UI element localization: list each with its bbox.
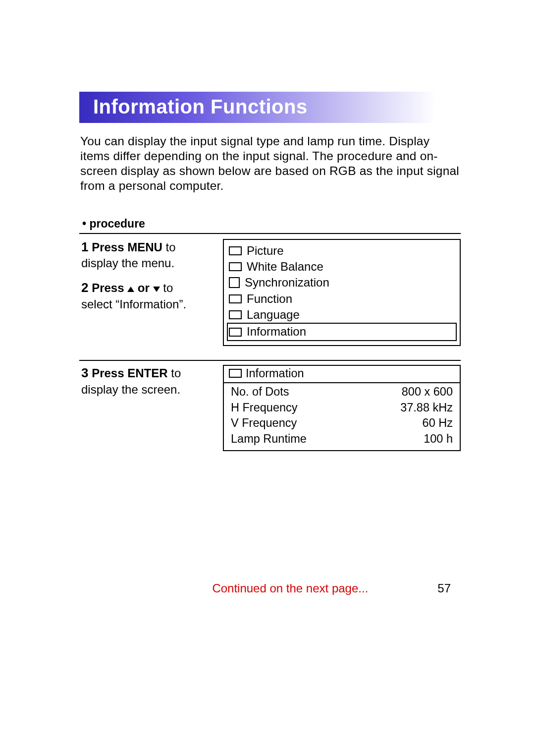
- menu-item-label: White Balance: [247, 259, 323, 275]
- info-label: No. of Dots: [231, 384, 289, 400]
- step-text: to: [168, 366, 181, 380]
- menu-item-label: Function: [247, 291, 292, 307]
- info-label: V Frequency: [231, 415, 297, 431]
- info-head: Information: [224, 366, 460, 383]
- info-value: 100 h: [383, 431, 453, 447]
- osd-info-box: Information No. of Dots 800 x 600 H Freq…: [223, 365, 461, 451]
- step-text-2: display the screen.: [81, 383, 180, 396]
- menu-item-label: Information: [247, 324, 306, 340]
- page-footer: Continued on the next page... 57: [74, 582, 451, 595]
- info-row: H Frequency 37.88 kHz: [231, 400, 453, 416]
- steps-left-col: 1 Press MENU to display the menu. 2 Pres…: [79, 239, 220, 321]
- info-body: No. of Dots 800 x 600 H Frequency 37.88 …: [224, 383, 460, 450]
- menu-item-language: Language: [229, 307, 455, 323]
- step-bold-2: or: [134, 281, 153, 294]
- rect-icon: [229, 369, 242, 378]
- info-row: Lamp Runtime 100 h: [231, 431, 453, 447]
- step-number: 1: [81, 239, 88, 254]
- step-3: 3 Press ENTER to display the screen.: [81, 365, 220, 397]
- rect-icon: [229, 328, 242, 337]
- step-bold: Press ENTER: [92, 366, 167, 380]
- step-bold: Press: [92, 281, 127, 294]
- step-bold: Press MENU: [92, 240, 162, 254]
- step-number: 3: [81, 365, 88, 380]
- steps-left-col: 3 Press ENTER to display the screen.: [79, 365, 220, 406]
- divider: [79, 360, 461, 361]
- menu-item-information: Information: [227, 323, 457, 341]
- info-value: 800 x 600: [383, 384, 453, 400]
- menu-item-picture: Picture: [229, 243, 455, 259]
- info-value: 37.88 kHz: [383, 400, 453, 416]
- menu-item-label: Picture: [247, 243, 284, 259]
- info-label: Lamp Runtime: [231, 431, 307, 447]
- square-icon: [229, 277, 240, 288]
- rect-icon: [229, 262, 242, 271]
- step-2: 2 Press or to select “Information”.: [81, 280, 220, 312]
- step-1: 1 Press MENU to display the menu.: [81, 239, 220, 271]
- step-row-3: 3 Press ENTER to display the screen. Inf…: [79, 365, 461, 451]
- procedure-label: • procedure: [79, 217, 461, 231]
- intro-paragraph: You can display the input signal type an…: [79, 134, 461, 193]
- arrow-down-icon: [153, 287, 160, 292]
- info-row: V Frequency 60 Hz: [231, 415, 453, 431]
- step-text: to: [162, 240, 176, 254]
- menu-item-white-balance: White Balance: [229, 259, 455, 275]
- section-heading: Information Functions: [86, 92, 436, 123]
- menu-item-synchronization: Synchronization: [229, 275, 455, 291]
- step-text: to: [160, 281, 173, 294]
- osd-menu-box: Picture White Balance Synchronization Fu…: [223, 239, 461, 346]
- arrow-up-icon: [127, 287, 134, 292]
- page-number: 57: [437, 582, 451, 595]
- step-text-2: display the menu.: [81, 256, 174, 270]
- menu-item-function: Function: [229, 291, 455, 307]
- rect-icon: [229, 294, 242, 303]
- info-row: No. of Dots 800 x 600: [231, 384, 453, 400]
- rect-icon: [229, 246, 242, 255]
- divider: [79, 233, 461, 234]
- rect-icon: [229, 310, 242, 319]
- menu-item-label: Language: [247, 307, 300, 323]
- info-value: 60 Hz: [383, 415, 453, 431]
- heading-stripe: [79, 92, 86, 123]
- heading-bar: Information Functions: [79, 92, 461, 123]
- page-content: Information Functions You can display th…: [0, 0, 535, 451]
- step-row-1-2: 1 Press MENU to display the menu. 2 Pres…: [79, 239, 461, 346]
- info-title: Information: [246, 367, 304, 380]
- step-text-2: select “Information”.: [81, 297, 186, 311]
- step-number: 2: [81, 280, 88, 295]
- info-label: H Frequency: [231, 400, 298, 416]
- menu-item-label: Synchronization: [245, 275, 329, 291]
- continued-text: Continued on the next page...: [212, 582, 368, 595]
